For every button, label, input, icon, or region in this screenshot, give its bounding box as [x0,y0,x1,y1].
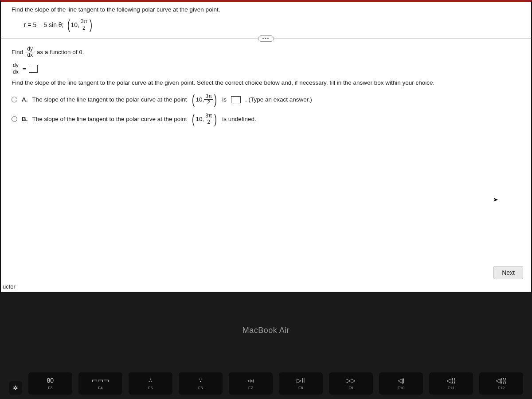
choice-a-mid: is [222,96,227,103]
key-f6[interactable]: ∵F6 [179,372,223,395]
dy: dy [26,46,34,52]
launchpad-icon: ▭▭▭ [92,377,109,384]
equals-sign: = [23,66,26,72]
choice-b-point: 10, 3π 2 [191,112,218,127]
dictation-icon: ∴ [149,377,153,384]
key-f9[interactable]: ▷▷F9 [329,372,373,395]
choice-a-frac: 3π 2 [204,94,213,106]
question-prompt: Find the slope of the line tangent to th… [12,6,520,13]
f9-label: F9 [348,386,353,390]
choice-b-num: 3π [204,113,213,119]
key-f8[interactable]: ▷IIF8 [279,372,323,395]
volume-down-icon: ◁)) [446,377,455,384]
dydx-fraction: dy dx [26,46,34,58]
dydx-fraction-2: dy dx [12,63,20,74]
dydx-answer-input[interactable] [29,65,38,73]
key-f4[interactable]: ▭▭▭F4 [78,372,122,395]
dnd-icon: ∵ [199,377,203,384]
function-key-row: ✲ 80F3 ▭▭▭F4 ∴F5 ∵F6 ◃◃F7 ▷IIF8 ▷▷F9 ◁)F… [9,372,523,395]
fast-forward-icon: ▷▷ [346,377,356,384]
choice-b[interactable]: B. The slope of the line tangent to the … [12,112,520,127]
choice-a-num: 3π [204,94,213,100]
choice-a-point-r: 10, [196,96,204,103]
sun-icon: ✲ [13,384,18,391]
point-r: 10, [71,21,79,28]
choice-a-post: . (Type an exact answer.) [245,96,312,103]
f7-label: F7 [248,386,253,390]
find-word: Find [12,49,23,55]
dx-2: dx [12,69,20,75]
f3-label: F3 [48,386,53,390]
find-dydx-line: Find dy dx as a function of θ. [12,46,520,58]
f8-label: F8 [298,386,303,390]
mute-icon: ◁) [398,377,405,384]
key-f3[interactable]: 80F3 [28,372,72,395]
radio-b[interactable] [12,116,17,122]
dydx-equals-line: dy dx = [12,63,520,74]
theta-fraction: 3π 2 [79,19,89,31]
play-pause-icon: ▷II [297,377,305,384]
key-brightness[interactable]: ✲ [9,381,22,395]
radio-a[interactable] [12,97,17,102]
f10-label: F10 [398,386,405,390]
frac-numerator: 3π [79,19,89,25]
macbook-air-label: MacBook Air [243,326,290,335]
key-f7[interactable]: ◃◃F7 [229,372,273,395]
volume-up-icon: ◁))) [496,377,507,384]
equation-lhs: r = 5 − 5 sin θ; [24,21,64,28]
dx: dx [26,52,34,58]
choice-a-den: 2 [206,100,211,106]
mission-control-icon: 80 [47,377,54,384]
f11-label: F11 [448,386,455,390]
key-f11[interactable]: ◁))F11 [429,372,473,395]
rewind-icon: ◃◃ [247,377,254,384]
key-f10[interactable]: ◁)F10 [379,372,423,395]
cutoff-text: uctor [1,283,16,290]
find-suffix: as a function of θ. [37,49,84,55]
f5-label: F5 [148,386,153,390]
f4-label: F4 [98,386,103,390]
choice-a-pre: The slope of the line tangent to the pol… [32,96,187,103]
choice-a-answer-input[interactable] [231,96,241,103]
given-point: 10, 3π 2 [66,17,93,32]
dy-2: dy [12,63,20,69]
polar-equation: r = 5 − 5 sin θ; 10, 3π 2 [24,17,520,32]
choice-b-point-r: 10, [196,116,204,122]
choice-a[interactable]: A. The slope of the line tangent to the … [12,92,520,107]
choice-b-label: B. [22,116,28,122]
cursor-icon: ➤ [493,196,498,203]
expand-chip[interactable]: ••• [258,35,274,42]
choice-b-post: is undefined. [222,116,256,122]
f12-label: F12 [498,386,505,390]
key-f5[interactable]: ∴F5 [129,372,172,395]
next-button[interactable]: Next [493,266,523,279]
choice-b-frac: 3π 2 [204,113,213,125]
choice-b-den: 2 [206,119,211,125]
f6-label: F6 [198,386,203,390]
choice-a-label: A. [22,96,28,103]
key-f12[interactable]: ◁)))F12 [479,372,523,395]
frac-denominator: 2 [81,25,87,31]
choice-a-point: 10, 3π 2 [191,92,218,107]
mc-instruction: Find the slope of the line tangent to th… [12,79,520,86]
choice-b-pre: The slope of the line tangent to the pol… [32,116,187,122]
